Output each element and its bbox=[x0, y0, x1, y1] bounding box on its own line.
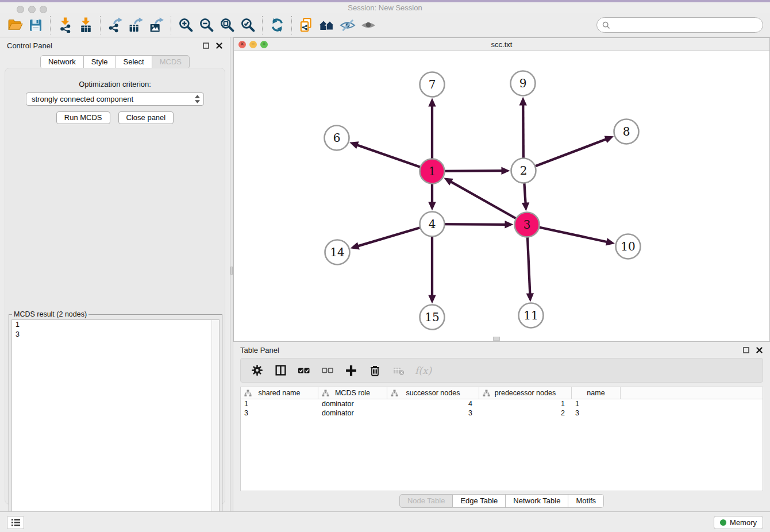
network-graph: 7968124314101511 bbox=[234, 51, 769, 341]
duplicate-network-icon[interactable] bbox=[296, 15, 317, 36]
mcds-result-group: MCDS result (2 nodes) 13 bbox=[9, 314, 222, 532]
edge-arrowhead bbox=[428, 295, 436, 304]
table-cell[interactable]: 1 bbox=[572, 399, 621, 408]
table-cell[interactable]: dominator bbox=[318, 399, 387, 408]
zoom-fit-icon[interactable] bbox=[217, 15, 237, 36]
network-canvas[interactable]: 7968124314101511 bbox=[234, 51, 769, 341]
mcds-panel: Optimization criterion: strongly connect… bbox=[5, 68, 225, 504]
delete-table-icon bbox=[391, 364, 405, 377]
export-image-icon[interactable] bbox=[146, 15, 167, 36]
float-panel-icon[interactable] bbox=[202, 41, 210, 49]
import-table-icon[interactable] bbox=[75, 15, 96, 36]
add-column-icon[interactable] bbox=[344, 364, 358, 377]
column-header-name[interactable]: name bbox=[572, 387, 621, 399]
export-network-icon[interactable] bbox=[105, 15, 125, 36]
table-cell[interactable]: dominator bbox=[318, 408, 387, 418]
delete-column-icon[interactable] bbox=[368, 364, 382, 377]
table-row[interactable]: 3dominator323 bbox=[241, 408, 763, 418]
column-header-shared-name[interactable]: shared name bbox=[241, 387, 318, 399]
tree-icon bbox=[391, 390, 398, 397]
status-bar: Memory bbox=[0, 511, 770, 532]
graph-node-label: 7 bbox=[429, 78, 436, 91]
edge-arrowhead bbox=[526, 293, 534, 302]
mcds-result-item[interactable]: 3 bbox=[12, 330, 219, 340]
column-header-label: name bbox=[587, 389, 605, 397]
close-panel-button[interactable]: Close panel bbox=[118, 111, 174, 124]
app-minimize-button[interactable] bbox=[28, 6, 36, 13]
show-columns-icon[interactable] bbox=[274, 364, 287, 377]
splitter-grip[interactable] bbox=[230, 267, 233, 275]
zoom-in-icon[interactable] bbox=[175, 15, 196, 36]
list-icon bbox=[10, 518, 21, 527]
save-session-icon[interactable] bbox=[25, 15, 46, 36]
tree-icon bbox=[244, 390, 252, 397]
table-cell[interactable]: 4 bbox=[387, 399, 479, 408]
optimization-criterion-select[interactable]: strongly connected component bbox=[26, 92, 204, 106]
tree-icon bbox=[483, 390, 490, 397]
home-view-icon[interactable] bbox=[317, 15, 337, 36]
show-eye-icon[interactable] bbox=[358, 15, 379, 36]
app-titlebar: Session: New Session bbox=[0, 2, 770, 13]
table-panel-title: Table Panel bbox=[240, 346, 737, 354]
search-field[interactable] bbox=[596, 17, 763, 33]
tab-motifs[interactable]: Motifs bbox=[568, 494, 604, 508]
table-row[interactable]: 1dominator411 bbox=[241, 399, 763, 408]
result-scrollbar[interactable] bbox=[211, 320, 219, 531]
tab-style[interactable]: Style bbox=[84, 55, 116, 69]
open-session-icon[interactable] bbox=[5, 15, 25, 36]
table-cell[interactable]: 3 bbox=[241, 408, 318, 418]
column-header-successor-nodes[interactable]: successor nodes bbox=[387, 387, 479, 399]
export-table-icon[interactable] bbox=[125, 15, 146, 36]
control-panel: Control Panel NetworkStyleSelectMCDS Opt… bbox=[0, 37, 230, 511]
mcds-result-item[interactable]: 1 bbox=[12, 320, 219, 330]
table-toolbar: f(x) bbox=[240, 358, 763, 383]
edge-arrowhead bbox=[428, 202, 436, 211]
zoom-out-icon[interactable] bbox=[196, 15, 217, 36]
tab-network-table[interactable]: Network Table bbox=[506, 494, 568, 508]
import-network-icon[interactable] bbox=[55, 15, 75, 36]
main-toolbar bbox=[0, 13, 770, 37]
edge-arrowhead bbox=[606, 238, 615, 245]
tab-edge-table[interactable]: Edge Table bbox=[453, 494, 506, 508]
refresh-icon[interactable] bbox=[267, 15, 287, 36]
search-input[interactable] bbox=[610, 21, 763, 29]
hide-eye-icon[interactable] bbox=[337, 15, 358, 36]
deselect-all-icon[interactable] bbox=[321, 364, 334, 377]
table-cell[interactable]: 1 bbox=[241, 399, 318, 408]
graph-node-label: 11 bbox=[523, 309, 538, 322]
table-settings-icon[interactable] bbox=[250, 364, 264, 377]
table-cell[interactable]: 3 bbox=[387, 408, 479, 418]
table-cell[interactable]: 1 bbox=[479, 399, 572, 408]
node-table-header: shared nameMCDS rolesuccessor nodesprede… bbox=[241, 387, 763, 399]
column-header-MCDS-role[interactable]: MCDS role bbox=[318, 387, 387, 399]
run-mcds-button[interactable]: Run MCDS bbox=[56, 111, 110, 124]
select-all-icon[interactable] bbox=[297, 364, 311, 377]
zoom-selected-icon[interactable] bbox=[237, 15, 258, 36]
app-zoom-button[interactable] bbox=[40, 6, 47, 13]
mcds-result-list[interactable]: 13 bbox=[11, 319, 220, 532]
app-close-button[interactable] bbox=[17, 6, 24, 13]
horizontal-splitter-grip[interactable] bbox=[493, 337, 500, 341]
tab-select[interactable]: Select bbox=[116, 55, 152, 69]
tab-network[interactable]: Network bbox=[40, 55, 84, 69]
close-table-panel-icon[interactable] bbox=[755, 346, 763, 354]
tab-mcds[interactable]: MCDS bbox=[152, 55, 190, 69]
graph-node-label: 1 bbox=[429, 164, 436, 178]
app-title: Session: New Session bbox=[0, 2, 770, 13]
table-cell[interactable]: 2 bbox=[479, 408, 572, 418]
edge-3-1[interactable] bbox=[450, 181, 527, 225]
select-stepper-icon bbox=[195, 95, 200, 103]
edge-2-8[interactable] bbox=[523, 139, 607, 171]
control-panel-title: Control Panel bbox=[7, 41, 197, 50]
task-history-button[interactable] bbox=[7, 516, 24, 529]
column-header-predecessor-nodes[interactable]: predecessor nodes bbox=[479, 387, 572, 399]
edge-arrowhead bbox=[351, 242, 360, 250]
column-header-label: successor nodes bbox=[406, 389, 460, 397]
table-cell[interactable]: 3 bbox=[572, 408, 621, 418]
mcds-result-legend: MCDS result (2 nodes) bbox=[12, 310, 88, 318]
close-panel-icon[interactable] bbox=[215, 41, 223, 49]
float-table-panel-icon[interactable] bbox=[742, 346, 750, 354]
graph-node-label: 6 bbox=[333, 131, 341, 145]
tab-node-table[interactable]: Node Table bbox=[399, 494, 453, 508]
memory-button[interactable]: Memory bbox=[714, 516, 763, 529]
